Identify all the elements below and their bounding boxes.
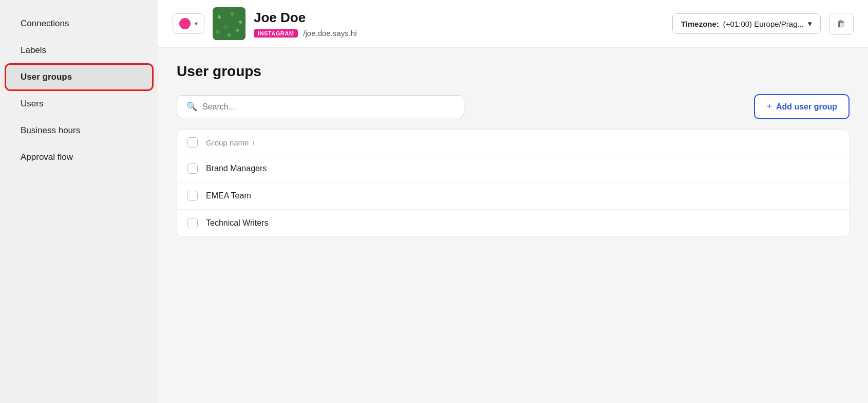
sidebar-item-connections[interactable]: Connections — [6, 11, 152, 36]
sidebar-item-user-groups[interactable]: User groups — [6, 65, 152, 89]
select-all-checkbox[interactable] — [187, 137, 198, 148]
search-container[interactable]: 🔍 — [177, 95, 464, 118]
avatar — [213, 7, 246, 40]
add-user-group-button[interactable]: + Add user group — [754, 94, 850, 119]
table-row[interactable]: Technical Writers — [177, 210, 849, 236]
group-name-header-label: Group name — [206, 138, 249, 147]
user-name: Joe Doe — [254, 10, 357, 26]
row-checkbox-col — [187, 163, 206, 174]
table-row[interactable]: Brand Managers — [177, 155, 849, 182]
user-handle: /joe.doe.says.hi — [303, 29, 356, 38]
status-button[interactable]: ▾ — [173, 13, 204, 34]
sort-ascending-icon: ↑ — [252, 139, 255, 146]
plus-icon: + — [766, 101, 772, 112]
sidebar-item-users[interactable]: Users — [6, 91, 152, 116]
user-info: Joe Doe INSTAGRAM /joe.doe.says.hi — [254, 10, 357, 38]
page-title: User groups — [177, 63, 850, 80]
group-name-cell: Brand Managers — [206, 164, 267, 173]
group-name-column-header[interactable]: Group name ↑ — [206, 138, 255, 147]
sidebar-item-approval-flow[interactable]: Approval flow — [6, 145, 152, 170]
timezone-value: (+01:00) Europe/Prag... — [723, 20, 804, 28]
row-checkbox[interactable] — [187, 218, 198, 228]
header-checkbox-col — [187, 137, 206, 148]
user-meta: INSTAGRAM /joe.doe.says.hi — [254, 29, 357, 38]
trash-icon: 🗑 — [837, 19, 846, 29]
delete-button[interactable]: 🗑 — [829, 13, 854, 35]
row-checkbox[interactable] — [187, 191, 198, 201]
table-header-row: Group name ↑ — [177, 130, 849, 155]
user-groups-table: Group name ↑ Brand Managers EMEA Team — [177, 130, 850, 237]
timezone-label: Timezone: — [681, 20, 719, 28]
row-checkbox[interactable] — [187, 163, 198, 174]
group-name-cell: EMEA Team — [206, 191, 251, 200]
status-dot-indicator — [179, 18, 191, 29]
chevron-down-icon: ▾ — [195, 20, 198, 27]
sidebar-item-business-hours[interactable]: Business hours — [6, 118, 152, 143]
timezone-selector[interactable]: Timezone: (+01:00) Europe/Prag... ▾ — [672, 13, 821, 34]
sidebar-item-labels[interactable]: Labels — [6, 38, 152, 63]
group-name-cell: Technical Writers — [206, 218, 269, 228]
page-header: ▾ Joe Doe INSTAGRAM /joe.doe.says.hi Tim… — [158, 0, 868, 48]
row-checkbox-col — [187, 191, 206, 201]
content-area: User groups 🔍 + Add user group Group nam… — [158, 48, 868, 403]
table-row[interactable]: EMEA Team — [177, 182, 849, 210]
add-button-label: Add user group — [776, 102, 837, 112]
timezone-chevron-icon: ▾ — [808, 19, 812, 28]
main-content: ▾ Joe Doe INSTAGRAM /joe.doe.says.hi Tim… — [158, 0, 868, 403]
sidebar: Connections Labels User groups Users Bus… — [0, 0, 158, 403]
row-checkbox-col — [187, 218, 206, 228]
toolbar: 🔍 + Add user group — [177, 94, 850, 119]
search-input[interactable] — [202, 102, 455, 112]
instagram-badge: INSTAGRAM — [254, 29, 298, 38]
search-icon: 🔍 — [186, 101, 197, 112]
